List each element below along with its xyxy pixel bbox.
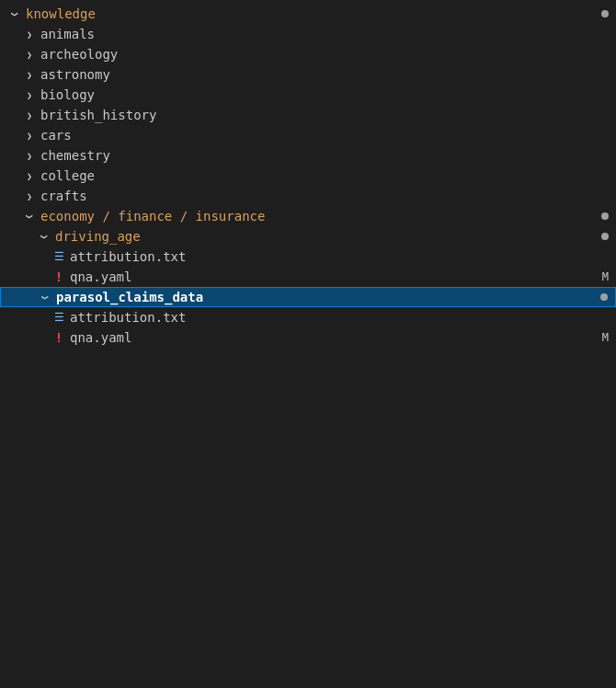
dot-badge <box>601 212 609 220</box>
m-badge: M <box>602 270 609 283</box>
dot-badge <box>600 293 608 301</box>
chevron-down-icon[interactable] <box>37 229 51 244</box>
tree-item-label-attribution_txt_1: attribution.txt <box>66 249 609 264</box>
chevron-right-icon[interactable] <box>22 27 37 41</box>
tree-item-attribution_txt_2[interactable]: ☰attribution.txt <box>0 307 616 327</box>
tree-item-label-animals: animals <box>37 27 609 41</box>
tree-item-knowledge[interactable]: knowledge <box>0 4 616 24</box>
tree-item-chemestry[interactable]: chemestry <box>0 145 616 166</box>
tree-item-label-qna_yaml_2: qna.yaml <box>66 330 602 345</box>
m-badge: M <box>602 331 609 344</box>
tree-item-label-knowledge: knowledge <box>22 6 601 21</box>
tree-item-archeology[interactable]: archeology <box>0 44 616 64</box>
tree-item-label-economy_finance_insurance: economy / finance / insurance <box>37 209 601 224</box>
tree-item-label-chemestry: chemestry <box>37 148 609 163</box>
file-lines-icon: ☰ <box>51 310 66 325</box>
file-tree: knowledgeanimalsarcheologyastronomybiolo… <box>0 0 616 688</box>
tree-item-label-cars: cars <box>37 128 609 143</box>
chevron-down-icon[interactable] <box>7 6 22 21</box>
tree-item-animals[interactable]: animals <box>0 24 616 44</box>
tree-item-parasol_claims_data[interactable]: parasol_claims_data <box>0 287 616 307</box>
file-exclaim-icon: ! <box>51 269 66 284</box>
tree-item-label-parasol_claims_data: parasol_claims_data <box>52 290 600 304</box>
tree-item-label-driving_age: driving_age <box>51 229 601 244</box>
tree-item-astronomy[interactable]: astronomy <box>0 64 616 85</box>
tree-item-attribution_txt_1[interactable]: ☰attribution.txt <box>0 247 616 267</box>
chevron-right-icon[interactable] <box>22 148 37 163</box>
chevron-right-icon[interactable] <box>22 108 37 122</box>
chevron-right-icon[interactable] <box>22 168 37 183</box>
tree-item-qna_yaml_1[interactable]: !qna.yamlM <box>0 267 616 287</box>
tree-item-college[interactable]: college <box>0 166 616 186</box>
tree-item-label-attribution_txt_2: attribution.txt <box>66 310 609 325</box>
dot-badge <box>601 233 609 240</box>
tree-item-label-astronomy: astronomy <box>37 67 609 82</box>
tree-item-label-british_history: british_history <box>37 108 609 122</box>
chevron-right-icon[interactable] <box>22 47 37 62</box>
tree-item-driving_age[interactable]: driving_age <box>0 226 616 247</box>
dot-badge <box>601 10 609 17</box>
file-lines-icon: ☰ <box>51 249 66 264</box>
tree-item-economy_finance_insurance[interactable]: economy / finance / insurance <box>0 206 616 226</box>
tree-item-british_history[interactable]: british_history <box>0 105 616 125</box>
tree-item-label-college: college <box>37 168 609 183</box>
chevron-right-icon[interactable] <box>22 128 37 143</box>
file-exclaim-icon: ! <box>51 330 66 345</box>
chevron-right-icon[interactable] <box>22 87 37 102</box>
chevron-down-icon[interactable] <box>38 290 52 304</box>
chevron-right-icon[interactable] <box>22 189 37 203</box>
tree-item-biology[interactable]: biology <box>0 85 616 105</box>
tree-item-label-archeology: archeology <box>37 47 609 62</box>
tree-item-crafts[interactable]: crafts <box>0 186 616 206</box>
tree-item-cars[interactable]: cars <box>0 125 616 145</box>
tree-item-qna_yaml_2[interactable]: !qna.yamlM <box>0 327 616 348</box>
chevron-right-icon[interactable] <box>22 67 37 82</box>
chevron-down-icon[interactable] <box>22 209 37 224</box>
tree-item-label-qna_yaml_1: qna.yaml <box>66 269 602 284</box>
tree-item-label-crafts: crafts <box>37 189 609 203</box>
tree-item-label-biology: biology <box>37 87 609 102</box>
